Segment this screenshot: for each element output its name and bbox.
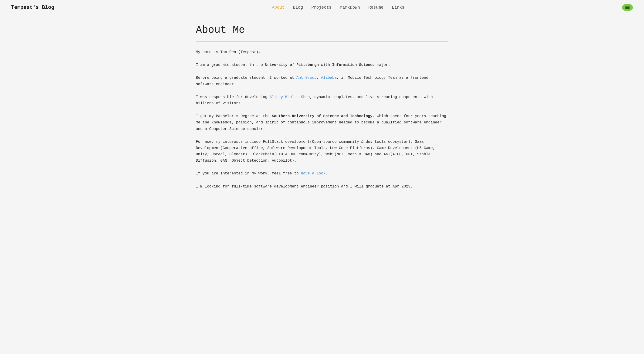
para-student: I am a graduate student in the Universit…: [196, 62, 448, 68]
para-intro: My name is Tao Ren (Tempest).: [196, 49, 448, 56]
menu-button[interactable]: [622, 4, 633, 11]
nav-blog[interactable]: Blog: [293, 5, 303, 10]
alibaba-link[interactable]: Alibaba: [321, 76, 337, 80]
nav-about[interactable]: About: [272, 5, 284, 10]
divider: [196, 42, 448, 42]
nav-markdown[interactable]: MarkDown: [340, 5, 360, 10]
have-a-look-link[interactable]: have a look: [301, 172, 326, 176]
nav-projects[interactable]: Projects: [311, 5, 331, 10]
nav-resume[interactable]: Resume: [368, 5, 384, 10]
site-title[interactable]: Tempest's Blog: [11, 5, 54, 10]
about-content: My name is Tao Ren (Tempest). I am a gra…: [196, 49, 448, 190]
para-work: Before being a graduate student, I worke…: [196, 75, 448, 87]
hamburger-icon: [625, 6, 630, 9]
alipay-link[interactable]: Alipay Wealth Shop: [270, 95, 310, 99]
page-title: About Me: [196, 24, 448, 36]
para-job: I'm looking for full-time software devel…: [196, 184, 448, 190]
main-nav: About Blog Projects MarkDown Resume Link…: [272, 5, 404, 10]
para-look: If you are interested in my work, feel f…: [196, 170, 448, 177]
para-bachelor: I got my Bachelor's Degree at the Southe…: [196, 113, 448, 132]
para-alipay: I was responsible for developing Alipay …: [196, 94, 448, 107]
para-interests: For now, my interests include FullStack …: [196, 139, 448, 164]
ant-group-link[interactable]: Ant Group: [296, 76, 316, 80]
nav-links[interactable]: Links: [392, 5, 404, 10]
